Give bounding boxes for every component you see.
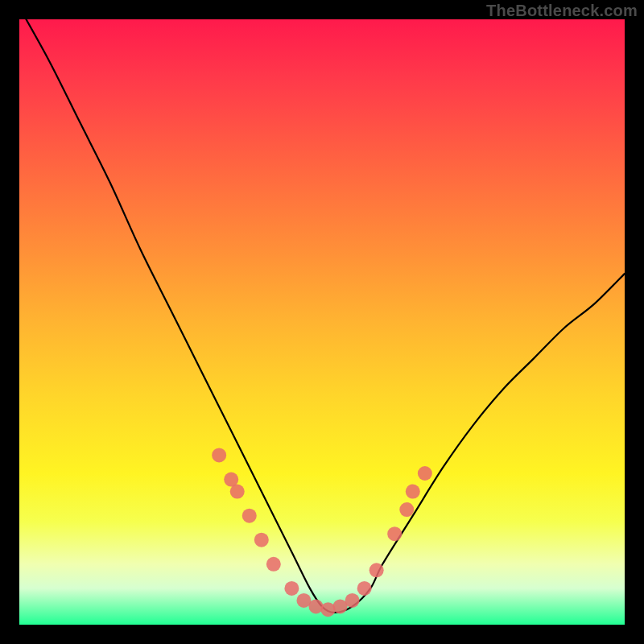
marker-point bbox=[254, 533, 269, 547]
marker-point bbox=[284, 581, 299, 596]
watermark-text: TheBottleneck.com bbox=[486, 2, 638, 20]
marker-point bbox=[399, 502, 414, 517]
marker-point bbox=[266, 557, 281, 572]
marker-point bbox=[242, 509, 257, 523]
marker-point bbox=[369, 563, 384, 577]
marker-group bbox=[212, 448, 432, 617]
bottleneck-curve bbox=[19, 19, 625, 613]
marker-point bbox=[230, 485, 245, 499]
marker-point bbox=[357, 581, 372, 596]
marker-point bbox=[321, 602, 336, 617]
marker-point bbox=[406, 485, 420, 499]
marker-point bbox=[345, 593, 360, 608]
marker-point bbox=[308, 599, 323, 613]
marker-point bbox=[418, 466, 432, 481]
chart-svg bbox=[19, 19, 625, 625]
chart-frame: TheBottleneck.com bbox=[0, 0, 644, 644]
marker-point bbox=[212, 448, 226, 462]
marker-point bbox=[387, 526, 402, 541]
plot-area bbox=[19, 19, 625, 625]
